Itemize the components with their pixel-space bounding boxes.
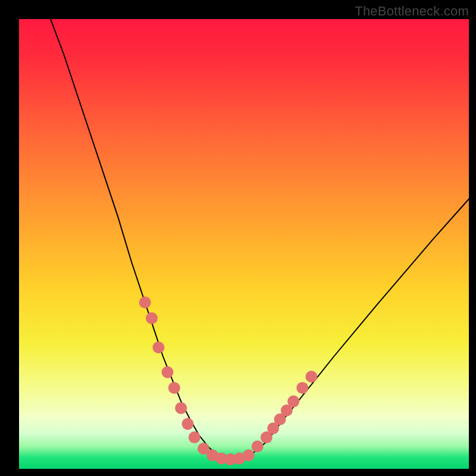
- left-cluster-dot: [139, 296, 151, 308]
- left-cluster-dot: [152, 342, 164, 353]
- right-cluster-dot: [305, 371, 317, 383]
- left-cluster-dot: [168, 382, 180, 394]
- plot-area: [19, 19, 469, 469]
- left-cluster-dot: [182, 418, 194, 430]
- curve-svg: [19, 19, 469, 469]
- right-cluster-dot: [252, 440, 264, 452]
- bottleneck-curve: [51, 19, 469, 460]
- right-cluster-dot: [296, 382, 308, 394]
- left-cluster-dot: [175, 402, 187, 414]
- marker-layer: [139, 296, 318, 465]
- right-cluster-dot: [287, 396, 299, 408]
- left-cluster-dot: [146, 312, 158, 324]
- valley-dot: [243, 449, 255, 461]
- left-cluster-dot: [162, 367, 174, 378]
- chart-stage: TheBottleneck.com: [0, 0, 476, 476]
- left-cluster-dot: [189, 431, 201, 443]
- watermark-text: TheBottleneck.com: [355, 4, 469, 19]
